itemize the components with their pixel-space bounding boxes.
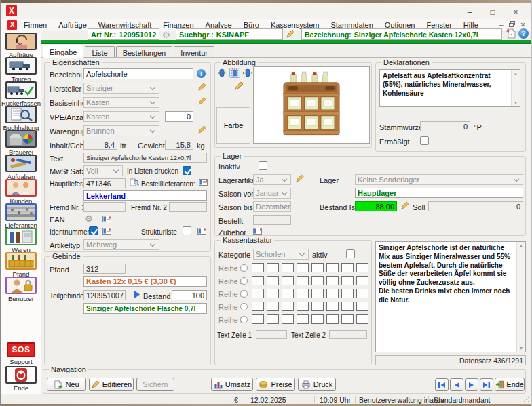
beschreibung-scrollbar[interactable]: ▲▼: [516, 242, 525, 352]
menu-optionen[interactable]: Optionen: [385, 21, 415, 29]
tab-inventur[interactable]: Inventur: [174, 46, 214, 58]
kassen-key[interactable]: [341, 263, 354, 272]
sidebar-item-aufgaben[interactable]: Aufgaben: [1, 155, 41, 180]
bestellt-field[interactable]: [253, 215, 291, 225]
report-document-icon[interactable]: [506, 28, 516, 39]
kassen-key[interactable]: [341, 314, 354, 324]
kassen-key[interactable]: [252, 314, 264, 324]
kassen-key[interactable]: [282, 276, 294, 285]
menu-buero[interactable]: Büro: [244, 21, 259, 29]
sidebar-item-buchhaltung[interactable]: Buchhaltung: [1, 106, 41, 131]
kassen-key[interactable]: [341, 276, 354, 285]
fremd2-field[interactable]: [169, 202, 207, 212]
sidebar-item-auftraege[interactable]: Aufträge: [1, 33, 41, 58]
tab-bestellungen[interactable]: Bestellungen: [116, 46, 173, 58]
settings-gear-icon[interactable]: ⚙: [162, 31, 170, 39]
sidebar-item-lieferanten[interactable]: Lieferanten: [1, 203, 41, 229]
kassen-key[interactable]: [326, 289, 339, 298]
ean-gear-icon[interactable]: ⚙: [85, 214, 93, 223]
menu-analyse[interactable]: Analyse: [206, 21, 232, 29]
sidebar-item-pfand[interactable]: Pfand: [1, 252, 41, 278]
hersteller-select[interactable]: Sinziger: [83, 83, 159, 94]
kassen-key[interactable]: [326, 314, 339, 324]
editieren-button[interactable]: Editieren: [89, 378, 134, 391]
last-record-button[interactable]: [480, 378, 493, 391]
kassen-key[interactable]: [297, 276, 309, 285]
saison-von-select[interactable]: Januar: [253, 188, 291, 199]
scroll-down-icon[interactable]: ▼: [514, 100, 518, 105]
kassen-key[interactable]: [326, 263, 339, 272]
sidebar-item-rueckerfassen[interactable]: Rückerfassen: [1, 81, 41, 107]
kassen-key[interactable]: [297, 263, 309, 272]
hauptlieferant-field[interactable]: 471346: [83, 178, 126, 188]
bestand-edit-pencil-icon[interactable]: [400, 201, 409, 210]
kassen-key[interactable]: [252, 263, 264, 272]
kassen-key[interactable]: [267, 314, 279, 324]
inhalt-field[interactable]: 8,4: [83, 140, 117, 150]
menu-finanzen[interactable]: Finanzen: [163, 21, 193, 29]
goto-teilgebinde-icon[interactable]: [134, 291, 140, 298]
stammwuerze-field[interactable]: 0: [420, 121, 470, 131]
identnummern-card-icon[interactable]: [102, 228, 111, 235]
sidebar-item-benutzer[interactable]: Benutzer: [1, 277, 41, 302]
text-zeile1-field[interactable]: [256, 330, 287, 339]
kassen-key[interactable]: [252, 276, 264, 285]
gewicht-field[interactable]: 15,8: [165, 140, 193, 150]
article-number-field[interactable]: Art Nr.: 120951012: [88, 28, 159, 40]
ermaessigt-checkbox[interactable]: [420, 136, 429, 145]
kassen-key[interactable]: [356, 263, 368, 272]
kassen-key[interactable]: [311, 276, 324, 285]
menu-kassensystem[interactable]: Kassensystem: [271, 21, 320, 29]
umsatz-button[interactable]: Umsatz: [211, 378, 253, 391]
soll-field[interactable]: 0: [428, 201, 523, 211]
kassen-key[interactable]: [311, 263, 324, 272]
kassen-key[interactable]: [267, 302, 279, 311]
basiseinheit-edit-pencil-icon[interactable]: [197, 97, 206, 106]
kassen-key[interactable]: [311, 302, 324, 311]
menu-warenwirtschaft[interactable]: Warenwirtschaft: [98, 21, 151, 29]
text-zeile2-field[interactable]: [329, 330, 367, 339]
artikeltyp-select[interactable]: Mehrweg: [83, 239, 159, 250]
mdi-minimize-icon[interactable]: –: [499, 21, 504, 28]
resize-grip[interactable]: [523, 396, 530, 403]
strukturliste-card-icon[interactable]: [197, 228, 206, 235]
scroll-up-icon[interactable]: ▲: [514, 71, 518, 76]
menu-firmen[interactable]: Firmen: [24, 21, 47, 29]
gebinde-bestand-field[interactable]: 100: [172, 290, 207, 300]
image-align-right-icon[interactable]: [242, 68, 253, 78]
kassen-key[interactable]: [341, 302, 354, 311]
kassen-key[interactable]: [326, 276, 339, 285]
menu-auftraege[interactable]: Aufträge: [58, 21, 87, 29]
sidebar-item-touren[interactable]: Touren: [1, 57, 41, 83]
fremd1-field[interactable]: [83, 202, 126, 212]
menu-hilfe[interactable]: Hilfe: [463, 21, 478, 29]
image-align-left-icon[interactable]: [216, 68, 227, 78]
kategorie-select[interactable]: Schorlen: [253, 249, 309, 260]
ende-button[interactable]: Ende: [495, 378, 525, 391]
identnummern-checkbox[interactable]: [89, 226, 98, 235]
farbe-panel[interactable]: Farbe: [216, 107, 250, 144]
inaktiv-checkbox[interactable]: [259, 161, 267, 170]
kassen-key[interactable]: [356, 289, 368, 298]
edit-pencil-icon[interactable]: [286, 29, 295, 39]
bezeichnung-input[interactable]: Apfelschorle: [83, 68, 193, 79]
reihe1-radio[interactable]: [240, 264, 248, 272]
zubehoer-card-icon[interactable]: [253, 228, 262, 235]
search-code-field[interactable]: Suchbgr.: KSINAPF: [176, 28, 283, 40]
sidebar-item-brauerei[interactable]: Brauerei: [1, 130, 41, 156]
kassen-key[interactable]: [297, 314, 309, 324]
teilgebinde-field[interactable]: 120951007: [83, 290, 126, 300]
sidebar-item-kunden[interactable]: Kunden: [1, 179, 41, 205]
aktiv-checkbox[interactable]: [346, 249, 355, 258]
reihe3-radio[interactable]: [240, 290, 248, 298]
neu-button[interactable]: Neu: [47, 378, 86, 391]
lager-select[interactable]: Keine Sonderlager: [355, 174, 523, 185]
kassen-key[interactable]: [282, 263, 294, 272]
strukturliste-checkbox[interactable]: [183, 226, 191, 235]
warengruppe-select[interactable]: Brunnen: [83, 125, 159, 136]
kassen-key[interactable]: [326, 302, 339, 311]
prev-record-button[interactable]: [450, 378, 463, 391]
kassen-key[interactable]: [282, 302, 294, 311]
kassen-key[interactable]: [267, 276, 279, 285]
kassen-key[interactable]: [252, 289, 264, 298]
